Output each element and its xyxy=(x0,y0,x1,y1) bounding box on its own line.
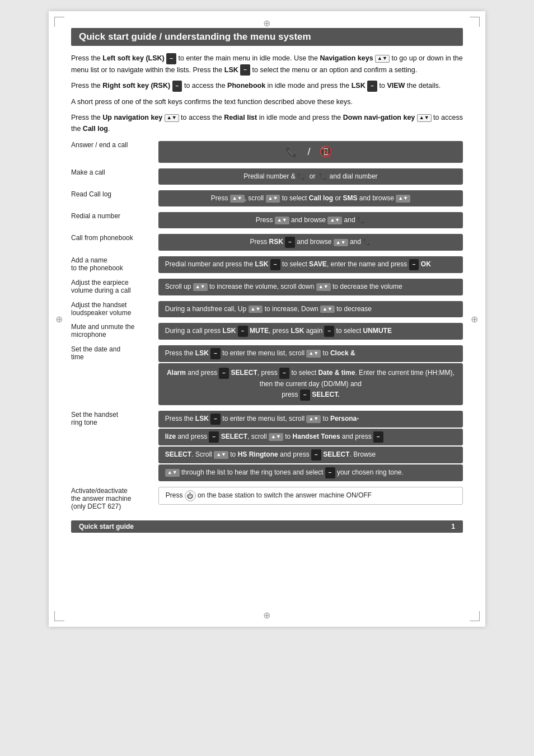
action-box-adjust-handset: During a handsfree call, Up ▲▼ to increa… xyxy=(158,301,463,317)
nav-key-press-redial: ▲▼ xyxy=(275,217,289,224)
alarm-bold: Alarm xyxy=(167,369,186,377)
row-set-ringtone: Set the handsetring tone Press the LSK −… xyxy=(71,408,463,485)
redial-label: Redial list xyxy=(224,114,257,121)
hs-ringtone-bold: HS Ringtone xyxy=(238,450,278,458)
action-answer-end: 📞 / 📵 xyxy=(158,139,463,166)
lsk-bold-addname: LSK xyxy=(255,261,269,269)
action-box-add-name: Predial number and press the LSK − to se… xyxy=(158,256,463,273)
cross-bottom xyxy=(263,610,271,620)
row-adjust-handset: Adjust the handsetloudspeaker volume Dur… xyxy=(71,299,463,321)
nav-key-up-earpiece: ▲▼ xyxy=(193,283,208,291)
personalize-bold: Persona- xyxy=(330,415,359,422)
up-nav-label: Up navigation key xyxy=(102,114,162,121)
nav-key-rt3: ▲▼ xyxy=(214,451,228,459)
rsk-btn-phonebook: − xyxy=(285,237,295,248)
lize-bold: lize xyxy=(165,433,176,440)
action-box-read-call-log: Press ▲▼, scroll ▲▼ to select Call log o… xyxy=(158,190,463,206)
lsk-label: Left soft key (LSK) xyxy=(102,54,164,62)
action-box-set-date-time-2: Alarm and press − SELECT, press − to sel… xyxy=(158,363,463,405)
divider-slash: / xyxy=(307,146,320,157)
nav-key-browse-phonebook: ▲▼ xyxy=(334,239,348,247)
up-nav-icon: ▲▼ xyxy=(165,114,179,122)
row-redial: Redial a number Press ▲▼ and browse ▲▼ a… xyxy=(71,210,463,232)
select-bold-rt3b: SELECT xyxy=(323,450,349,458)
action-box-mute: During a call press LSK − MUTE, press LS… xyxy=(158,323,463,340)
action-box-set-ringtone-3: SELECT. Scroll ▲▼ to HS Ringtone and pre… xyxy=(158,447,463,463)
action-box-answer-machine: Press ⏻ on the base station to switch th… xyxy=(158,487,463,505)
corner-mark-bl xyxy=(54,611,64,621)
nav-key-down-handset: ▲▼ xyxy=(320,306,335,313)
lsk-button-icon: − xyxy=(166,53,176,64)
label-call-phonebook: Call from phonebook xyxy=(71,232,158,254)
intro-paragraph-3: A short press of one of the soft keys co… xyxy=(71,96,463,107)
footer-bar: Quick start guide 1 xyxy=(71,520,463,533)
rsk-label: Right soft key (RSK) xyxy=(102,82,170,90)
action-answer-machine: Press ⏻ on the base station to switch th… xyxy=(158,485,463,513)
nav-key-rt4: ▲▼ xyxy=(165,469,180,477)
label-adjust-earpiece: Adjust the earpiecevolume during a call xyxy=(71,276,158,298)
cross-mark-left xyxy=(55,314,63,322)
action-adjust-handset: During a handsfree call, Up ▲▼ to increa… xyxy=(158,299,463,321)
row-add-name: Add a nameto the phonebook Predial numbe… xyxy=(71,254,463,276)
action-set-date-time: Press the LSK − to enter the menu list, … xyxy=(158,343,463,408)
cross-mark-right xyxy=(471,314,479,322)
phonebook-label: Phonebook xyxy=(227,82,265,90)
mute-bold: MUTE xyxy=(250,327,269,335)
pickup-phone-icon: 📞 xyxy=(285,146,301,157)
label-answer-machine: Activate/deactivatethe answer machine(on… xyxy=(71,485,158,513)
main-content-table: Answer / end a call 📞 / 📵 Make a call Pr… xyxy=(71,139,463,513)
action-box-set-ringtone-1: Press the LSK − to enter the menu list, … xyxy=(158,411,463,428)
phone-icon-redial: 📞 xyxy=(357,216,366,224)
row-adjust-earpiece: Adjust the earpiecevolume during a call … xyxy=(71,276,463,298)
action-adjust-earpiece: Scroll up ▲▼ to increase the volume, scr… xyxy=(158,276,463,298)
cross-right xyxy=(471,314,479,324)
nav-key-browse-calllog: ▲▼ xyxy=(396,195,410,203)
lsk-btn-rt1: − xyxy=(210,414,221,425)
phone-icon-2: 📞 xyxy=(319,172,327,180)
lsk-button-icon-2: − xyxy=(240,64,250,76)
rsk-bold-phonebook: RSK xyxy=(269,238,283,246)
corner-mark-tr xyxy=(470,17,480,27)
action-set-ringtone: Press the LSK − to enter the menu list, … xyxy=(158,408,463,485)
row-mute: Mute and unmute themicrophone During a c… xyxy=(71,321,463,343)
action-box-adjust-earpiece: Scroll up ▲▼ to increase the volume, scr… xyxy=(158,279,463,295)
nav-key-browse-redial: ▲▼ xyxy=(327,217,342,224)
intro-paragraph-4: Press the Up navigation key ▲▼ to access… xyxy=(71,112,463,134)
down-nav-icon: ▲▼ xyxy=(417,114,432,122)
nav-key-rt2: ▲▼ xyxy=(269,433,283,441)
row-answer-end: Answer / end a call 📞 / 📵 xyxy=(71,139,463,166)
phone-icon-1: 📞 xyxy=(297,172,306,180)
power-circle-icon: ⏻ xyxy=(185,490,196,501)
label-mute: Mute and unmute themicrophone xyxy=(71,321,158,343)
row-answer-machine: Activate/deactivatethe answer machine(on… xyxy=(71,485,463,513)
nav-key-dt1: ▲▼ xyxy=(306,350,321,358)
lsk-bold-rt1: LSK xyxy=(195,415,209,422)
action-box-answer-end: 📞 / 📵 xyxy=(158,141,463,163)
action-box-redial: Press ▲▼ and browse ▲▼ and 📞 xyxy=(158,212,463,228)
btn-select-dt: − xyxy=(300,389,310,401)
nav-keys-label: Navigation keys xyxy=(320,54,373,62)
btn-press-dt: − xyxy=(279,368,289,379)
row-set-date-time: Set the date andtime Press the LSK − to … xyxy=(71,343,463,408)
cross-mark-top xyxy=(263,18,271,26)
btn-select-rt4: − xyxy=(325,467,335,478)
select-bold-dt2: SELECT. xyxy=(312,391,339,398)
call-log-bold: Call log xyxy=(309,194,333,202)
sms-bold: SMS xyxy=(343,194,357,202)
action-read-call-log: Press ▲▼, scroll ▲▼ to select Call log o… xyxy=(158,188,463,210)
action-box-set-ringtone-2: lize and press − SELECT, scroll ▲▼ to Ha… xyxy=(158,429,463,445)
corner-mark-tl xyxy=(54,17,64,27)
lsk-btn-mute2: − xyxy=(324,326,334,337)
btn-press-rt2: − xyxy=(373,431,383,443)
save-bold: SAVE xyxy=(309,261,327,269)
label-adjust-handset: Adjust the handsetloudspeaker volume xyxy=(71,299,158,321)
row-call-phonebook: Call from phonebook Press RSK − and brow… xyxy=(71,232,463,254)
hangup-phone-icon: 📵 xyxy=(320,146,335,157)
btn-select-rt2: − xyxy=(209,431,219,443)
lsk-bold-dt1: LSK xyxy=(195,349,209,357)
call-log-label: Call log xyxy=(83,125,108,133)
label-answer-end: Answer / end a call xyxy=(71,139,158,166)
select-bold-rt3: SELECT xyxy=(165,450,191,458)
ok-bold: OK xyxy=(421,261,431,269)
intro-paragraph-1: Press the Left soft key (LSK) − to enter… xyxy=(71,53,463,76)
